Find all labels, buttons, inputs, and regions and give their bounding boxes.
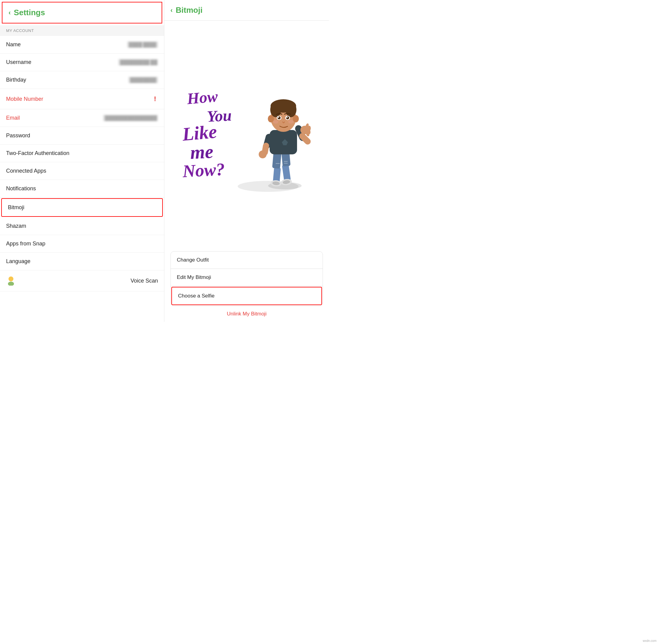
edit-bitmoji-option[interactable]: Edit My Bitmoji [171,269,323,286]
svg-point-54 [286,117,288,118]
voice-scan-avatar-icon [6,276,16,285]
menu-item-shazam[interactable]: Shazam [0,217,164,235]
bitmoji-header-title: Bitmoji [175,5,203,15]
svg-point-40 [259,151,266,158]
menu-item-bitmoji[interactable]: Bitmoji [1,198,163,217]
bitmoji-illustration-area: How You Like me Now? How You Like me Now… [164,21,329,248]
svg-text:How: How [186,87,218,108]
change-outfit-label: Change Outfit [177,257,209,263]
mobile-alert-icon: ! [152,94,158,104]
language-label: Language [6,258,30,264]
birthday-label: Birthday [6,77,26,83]
menu-item-apps-from-snap[interactable]: Apps from Snap [0,235,164,253]
mobile-label: Mobile Number [6,96,43,102]
username-label: Username [6,59,31,66]
bitmoji-label: Bitmoji [8,204,24,211]
unlink-bitmoji-button[interactable]: Unlink My Bitmoji [164,306,329,322]
email-value: ████████████████ █ [103,115,158,121]
svg-point-53 [286,116,289,119]
change-outfit-option[interactable]: Change Outfit [171,252,323,269]
username-value: █████████ ██ [118,59,158,66]
email-label: Email [6,115,20,121]
choose-selfie-option[interactable]: Choose a Selfie [171,287,322,305]
menu-item-mobile[interactable]: Mobile Number ! [0,89,164,109]
menu-item-language[interactable]: Language [0,253,164,270]
birthday-value: ████████ [128,77,158,83]
menu-item-email[interactable]: Email ████████████████ █ [0,109,164,127]
svg-point-0 [8,276,14,281]
menu-item-username[interactable]: Username █████████ ██ [0,53,164,71]
svg-point-50 [278,116,281,119]
svg-point-48 [293,115,299,122]
menu-item-2fa[interactable]: Two-Factor Authentication [0,145,164,162]
svg-text:Now?: Now? [182,159,225,181]
svg-point-55 [273,120,279,123]
svg-rect-46 [271,106,296,112]
2fa-label: Two-Factor Authentication [6,150,69,157]
menu-item-connected-apps[interactable]: Connected Apps [0,162,164,180]
svg-point-51 [278,117,279,118]
my-account-section: MY ACCOUNT [0,25,164,36]
shazam-label: Shazam [6,223,26,229]
settings-title: Settings [14,8,45,17]
connected-apps-label: Connected Apps [6,168,46,174]
name-label: Name [6,41,21,48]
svg-text:me: me [190,141,214,163]
bitmoji-header[interactable]: ‹ Bitmoji [164,0,329,21]
menu-item-notifications[interactable]: Notifications [0,180,164,198]
unlink-bitmoji-label: Unlink My Bitmoji [227,311,266,317]
choose-selfie-label: Choose a Selfie [178,293,215,299]
name-value: ████ ████ [127,41,158,48]
svg-point-56 [288,120,294,123]
notifications-label: Notifications [6,185,36,192]
voice-scan-label: Voice Scan [131,278,158,284]
menu-item-birthday[interactable]: Birthday ████████ [0,71,164,89]
right-panel: ‹ Bitmoji How You Like me Now? How [164,0,329,322]
bitmoji-options-panel: Change Outfit Edit My Bitmoji Choose a S… [170,251,323,306]
edit-bitmoji-label: Edit My Bitmoji [177,274,211,280]
bitmoji-illustration: How You Like me Now? How You Like me Now… [174,77,320,192]
bitmoji-svg: How You Like me Now? How You Like me Now… [174,77,320,192]
bitmoji-back-arrow[interactable]: ‹ [170,6,172,14]
menu-item-voice-scan[interactable]: Voice Scan [0,270,164,292]
password-label: Password [6,133,30,139]
apps-from-snap-label: Apps from Snap [6,240,45,247]
menu-item-password[interactable]: Password [0,127,164,145]
settings-back-arrow[interactable]: ‹ [8,9,11,17]
svg-point-47 [268,115,274,122]
settings-header[interactable]: ‹ Settings [2,2,162,23]
svg-point-1 [8,282,14,285]
menu-item-name[interactable]: Name ████ ████ [0,36,164,53]
left-panel: ‹ Settings MY ACCOUNT Name ████ ████ Use… [0,0,164,322]
